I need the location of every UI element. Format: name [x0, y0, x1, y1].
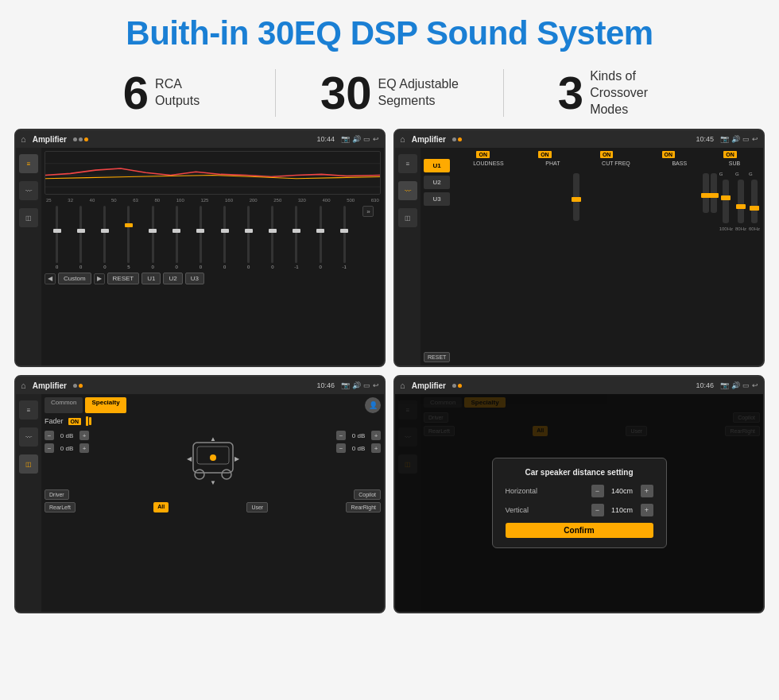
track-8[interactable]	[223, 206, 226, 263]
u1-button[interactable]: U1	[141, 273, 161, 284]
u2-crossover-btn[interactable]: U2	[424, 176, 450, 189]
fader-app-name: Amplifier	[33, 381, 67, 390]
thumb-bass[interactable]	[736, 204, 746, 209]
track-13[interactable]	[343, 206, 346, 263]
crossover-reset-btn[interactable]: RESET	[424, 352, 450, 362]
track-12[interactable]	[320, 206, 322, 263]
confirm-button[interactable]: Confirm	[506, 523, 653, 538]
dialog-time: 10:46	[696, 381, 714, 389]
fader-side-3[interactable]: ◫	[19, 454, 38, 474]
vslider-bass[interactable]	[738, 180, 744, 223]
eq-side-icon-3[interactable]: ◫	[19, 208, 38, 227]
eq-side-icon-2[interactable]: 〰	[19, 181, 38, 200]
u3-button[interactable]: U3	[185, 273, 204, 284]
cross-side-1[interactable]: ≡	[398, 154, 417, 173]
thumb-1[interactable]	[53, 229, 61, 233]
all-btn[interactable]: All	[153, 502, 169, 512]
fader-side-1[interactable]: ≡	[19, 400, 38, 420]
db-minus-1[interactable]: −	[45, 431, 54, 440]
track-9[interactable]	[247, 206, 250, 263]
mini-slider-2	[89, 417, 91, 425]
fader-side-2[interactable]: 〰	[19, 427, 38, 447]
cross-side-2[interactable]: 〰	[398, 181, 417, 200]
track-3[interactable]	[103, 206, 106, 263]
thumb-12[interactable]	[316, 229, 324, 233]
cross-side-3[interactable]: ◫	[398, 208, 417, 227]
vertical-minus-btn[interactable]: −	[591, 504, 604, 516]
camera-icon: 📷	[341, 135, 350, 143]
expand-arrow[interactable]: »	[362, 206, 374, 217]
on-sub[interactable]: ON	[723, 151, 737, 158]
thumb-5[interactable]	[149, 229, 157, 233]
db-minus-3[interactable]: −	[336, 431, 346, 440]
dialog-title: Car speaker distance setting	[506, 468, 653, 477]
rearleft-btn[interactable]: RearLeft	[45, 502, 76, 512]
prev-button[interactable]: ◀	[45, 273, 56, 284]
thumb-13[interactable]	[340, 229, 348, 233]
vslider-phat1[interactable]	[703, 173, 709, 213]
vertical-plus-btn[interactable]: +	[641, 504, 653, 516]
preset-custom[interactable]: Custom	[58, 273, 91, 284]
stat-rca-number: 6	[123, 70, 149, 116]
on-bass[interactable]: ON	[662, 151, 676, 158]
thumb-sub[interactable]	[750, 206, 759, 211]
tab-common[interactable]: Common	[45, 397, 83, 413]
vslider-sub[interactable]	[751, 180, 758, 223]
on-phat[interactable]: ON	[538, 151, 552, 158]
thumb-phat2[interactable]	[709, 193, 719, 198]
vslider-cutfreq[interactable]	[723, 180, 729, 223]
vslider-loudness[interactable]	[573, 173, 579, 221]
u2-button[interactable]: U2	[163, 273, 182, 284]
track-5[interactable]	[152, 206, 154, 263]
horizontal-minus-btn[interactable]: −	[591, 485, 604, 497]
track-6[interactable]	[176, 206, 178, 263]
thumb-loudness[interactable]	[572, 197, 581, 202]
next-button[interactable]: ▶	[94, 273, 105, 284]
thumb-3[interactable]	[101, 229, 109, 233]
db-plus-3[interactable]: +	[371, 431, 381, 440]
thumb-11[interactable]	[293, 229, 300, 233]
db-plus-2[interactable]: +	[79, 443, 89, 453]
freq-630: 630	[371, 198, 379, 203]
track-7[interactable]	[200, 206, 202, 263]
d-dot2	[458, 384, 462, 388]
thumb-6[interactable]	[172, 229, 180, 233]
driver-btn[interactable]: Driver	[45, 489, 69, 500]
rearright-btn[interactable]: RearRight	[346, 502, 381, 512]
camera-icon-2: 📷	[720, 135, 729, 143]
fader-on-toggle[interactable]: ON	[68, 418, 82, 425]
copilot-btn[interactable]: Copilot	[354, 489, 381, 500]
thumb-4[interactable]	[125, 223, 133, 227]
track-10[interactable]	[271, 206, 273, 263]
db-minus-2[interactable]: −	[45, 443, 54, 453]
sub-g: G	[749, 172, 760, 176]
car-svg: ▲ ▼ ◀ ▶	[185, 431, 241, 486]
on-loudness[interactable]: ON	[476, 151, 490, 158]
track-11[interactable]	[295, 206, 297, 263]
track-4[interactable]	[127, 206, 130, 263]
u3-crossover-btn[interactable]: U3	[424, 192, 450, 206]
fader-body: − 0 dB + − 0 dB +	[45, 431, 381, 486]
db-plus-4[interactable]: +	[371, 443, 381, 453]
vertical-value: 110cm	[607, 506, 638, 514]
tab-specialty[interactable]: Specialty	[85, 397, 126, 413]
thumb-2[interactable]	[77, 229, 85, 233]
db-plus-1[interactable]: +	[79, 431, 89, 440]
thumb-cutfreq[interactable]	[721, 195, 731, 200]
profile-icon[interactable]: 👤	[365, 397, 381, 413]
db-minus-4[interactable]: −	[336, 443, 346, 453]
track-1[interactable]	[56, 206, 58, 263]
eq-side-icon-1[interactable]: ≡	[19, 154, 38, 173]
on-cutfreq[interactable]: ON	[600, 151, 614, 158]
reset-button[interactable]: RESET	[107, 273, 140, 284]
thumb-9[interactable]	[245, 229, 253, 233]
track-2[interactable]	[79, 206, 82, 263]
thumb-10[interactable]	[269, 229, 277, 233]
thumb-7[interactable]	[196, 229, 204, 233]
user-btn[interactable]: User	[246, 502, 268, 512]
vslider-phat2[interactable]	[711, 173, 717, 213]
u1-crossover-btn[interactable]: U1	[424, 159, 450, 172]
horizontal-plus-btn[interactable]: +	[641, 485, 653, 497]
thumb-8[interactable]	[221, 229, 229, 233]
svg-text:▶: ▶	[234, 455, 240, 462]
